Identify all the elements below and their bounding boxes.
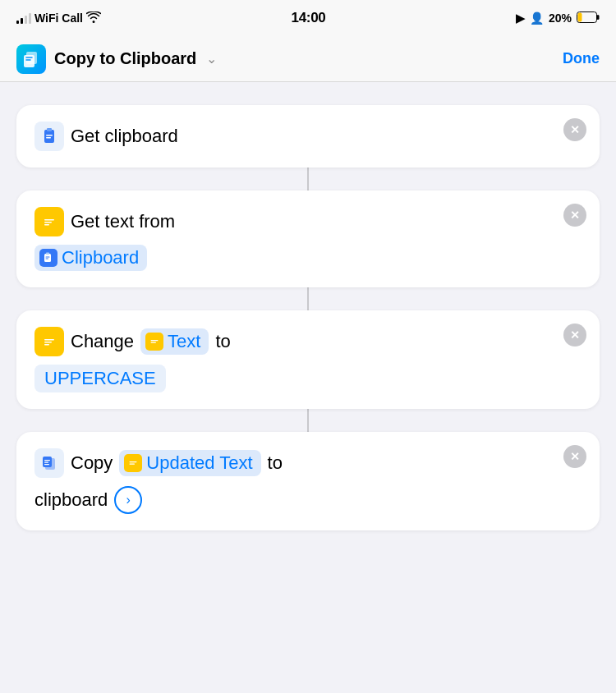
app-icon [16, 44, 46, 74]
card-content-row: Get clipboard [34, 122, 582, 151]
svg-rect-14 [46, 253, 49, 255]
svg-rect-11 [44, 222, 52, 223]
svg-rect-8 [46, 137, 51, 139]
clipboard-icon [34, 122, 64, 151]
connector-2 [307, 287, 309, 310]
get-text-from-card: Get text from Clipboard ✕ [16, 190, 600, 287]
nav-bar: Copy to Clipboard ⌄ Done [0, 36, 616, 82]
copy-label: Copy [71, 452, 113, 474]
chevron-down-icon[interactable]: ⌄ [206, 51, 217, 67]
clipboard-token[interactable]: Clipboard [34, 245, 147, 271]
location-icon: ▶ [516, 11, 525, 25]
wifi-icon [86, 11, 101, 25]
get-clipboard-label: Get clipboard [71, 126, 178, 147]
svg-rect-5 [44, 130, 54, 143]
svg-rect-1 [596, 15, 599, 20]
status-right: ▶ 👤 20% [516, 11, 600, 25]
updated-text-token[interactable]: Updated Text [119, 450, 260, 476]
svg-rect-23 [151, 342, 157, 343]
change-case-card: Change Text to UPPERCASE ✕ [16, 310, 600, 409]
connector-3 [307, 409, 309, 432]
get-clipboard-card: Get clipboard ✕ [16, 105, 600, 168]
uppercase-token-row: UPPERCASE [34, 365, 582, 392]
copy-icon [34, 448, 64, 478]
clipboard-token-row: Clipboard [34, 245, 582, 271]
connector-1 [307, 168, 309, 190]
person-icon: 👤 [530, 11, 544, 25]
svg-rect-19 [44, 342, 52, 343]
shortcuts-canvas: Get clipboard ✕ Get text from [0, 82, 616, 563]
svg-rect-31 [130, 464, 136, 465]
card-content-row: Change Text to [34, 327, 582, 356]
card-content-row: Copy Updated Text to [34, 448, 582, 478]
battery-icon [577, 11, 600, 25]
clipboard-text-label: clipboard [34, 489, 108, 511]
to-label-2: to [268, 452, 283, 474]
updated-text-token-icon [124, 454, 142, 472]
change-icon [34, 327, 64, 356]
change-label: Change [71, 331, 134, 352]
svg-rect-10 [44, 219, 54, 221]
svg-rect-13 [44, 254, 51, 262]
remove-copy-button[interactable]: ✕ [563, 445, 586, 468]
svg-rect-18 [44, 339, 54, 341]
uppercase-token[interactable]: UPPERCASE [34, 365, 166, 392]
card-content-row: Get text from [34, 207, 582, 236]
remove-get-text-button[interactable]: ✕ [563, 204, 586, 227]
svg-rect-22 [151, 340, 159, 341]
battery-percent: 20% [549, 11, 572, 25]
svg-rect-2 [577, 12, 582, 21]
carrier-label: WiFi Call [34, 11, 83, 25]
svg-rect-16 [46, 259, 49, 259]
status-bar: WiFi Call 14:00 ▶ 👤 20% [0, 0, 616, 36]
text-icon [34, 207, 64, 236]
svg-rect-7 [46, 135, 53, 136]
remove-get-clipboard-button[interactable]: ✕ [563, 118, 586, 141]
signal-icon [16, 12, 31, 24]
svg-rect-29 [128, 459, 138, 467]
text-token[interactable]: Text [140, 328, 209, 355]
time-display: 14:00 [291, 10, 325, 26]
svg-rect-21 [149, 337, 159, 346]
svg-rect-15 [46, 257, 50, 258]
copy-to-clipboard-card: Copy Updated Text to clipboard › ✕ [16, 432, 600, 530]
status-left: WiFi Call [16, 11, 101, 25]
svg-rect-28 [44, 464, 49, 465]
nav-title: Copy to Clipboard [54, 49, 196, 68]
done-button[interactable]: Done [563, 50, 600, 67]
expand-button[interactable]: › [114, 486, 142, 514]
svg-rect-20 [44, 344, 49, 346]
svg-rect-6 [47, 128, 52, 131]
nav-title-area: Copy to Clipboard ⌄ [16, 44, 217, 74]
get-text-from-label: Get text from [71, 211, 175, 232]
clipboard-token-icon [39, 249, 57, 267]
svg-rect-12 [44, 224, 49, 226]
clipboard-label-row: clipboard › [34, 486, 582, 514]
remove-change-case-button[interactable]: ✕ [563, 324, 586, 346]
svg-rect-27 [44, 462, 48, 463]
text-token-icon [145, 333, 163, 351]
svg-rect-26 [44, 460, 50, 461]
svg-rect-30 [130, 461, 137, 462]
to-label: to [215, 331, 230, 352]
